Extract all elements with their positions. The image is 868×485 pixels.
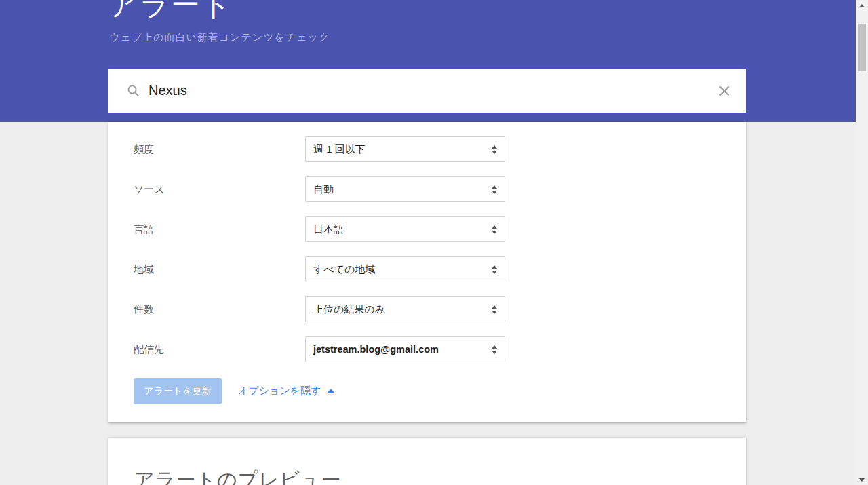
spinner-icon	[492, 345, 497, 354]
hide-options-link[interactable]: オプションを隠す	[238, 385, 335, 397]
update-alert-button[interactable]: アラートを更新	[134, 378, 222, 404]
form-row-language: 言語 日本語	[134, 216, 746, 242]
form-row-sources: ソース 自動	[134, 176, 746, 202]
clear-icon[interactable]	[717, 84, 731, 98]
hide-options-label: オプションを隠す	[238, 385, 321, 397]
preview-title: アラートのプレビュー	[134, 467, 746, 485]
form-row-howmany: 件数 上位の結果のみ	[134, 296, 746, 322]
sources-select[interactable]: 自動	[305, 176, 505, 202]
frequency-value: 週 1 回以下	[313, 143, 366, 156]
spinner-icon	[492, 185, 497, 194]
actions-row: アラートを更新 オプションを隠す	[134, 378, 746, 404]
frequency-label: 頻度	[134, 143, 305, 156]
sources-value: 自動	[313, 183, 334, 196]
language-value: 日本語	[313, 223, 344, 236]
header-banner: アラート ウェブ上の面白い新着コンテンツをチェック	[0, 0, 856, 122]
form-row-region: 地域 すべての地域	[134, 256, 746, 282]
page-title: アラート	[108, 0, 233, 21]
howmany-select[interactable]: 上位の結果のみ	[305, 296, 505, 322]
chevron-up-icon	[327, 389, 335, 393]
scrollbar-thumb[interactable]	[858, 24, 866, 71]
search-input[interactable]	[149, 83, 717, 98]
howmany-value: 上位の結果のみ	[313, 303, 385, 316]
form-row-deliver-to: 配信先 jetstream.blog@gmail.com	[134, 336, 746, 362]
form-row-frequency: 頻度 週 1 回以下	[134, 136, 746, 162]
scrollbar-up-arrow-icon[interactable]	[856, 0, 868, 11]
spinner-icon	[492, 145, 497, 154]
frequency-select[interactable]: 週 1 回以下	[305, 136, 505, 162]
region-select[interactable]: すべての地域	[305, 256, 505, 282]
search-box[interactable]	[108, 69, 746, 113]
alert-options-card: 頻度 週 1 回以下 ソース 自動 言語 日本語 地域 すべての地域 件数 上位…	[108, 122, 746, 422]
region-value: すべての地域	[313, 263, 375, 276]
search-icon	[127, 84, 140, 97]
alert-preview-card: アラートのプレビュー	[108, 438, 746, 485]
deliver-to-value: jetstream.blog@gmail.com	[313, 344, 439, 355]
sources-label: ソース	[134, 183, 305, 196]
spinner-icon	[492, 305, 497, 314]
howmany-label: 件数	[134, 303, 305, 316]
deliver-to-select[interactable]: jetstream.blog@gmail.com	[305, 336, 505, 362]
page-subtitle: ウェブ上の面白い新着コンテンツをチェック	[109, 31, 330, 44]
scrollbar-down-arrow-icon[interactable]	[856, 474, 868, 485]
spinner-icon	[492, 225, 497, 234]
language-select[interactable]: 日本語	[305, 216, 505, 242]
language-label: 言語	[134, 223, 305, 236]
deliver-to-label: 配信先	[134, 343, 305, 356]
region-label: 地域	[134, 263, 305, 276]
spinner-icon	[492, 265, 497, 274]
scrollbar[interactable]	[856, 0, 868, 485]
